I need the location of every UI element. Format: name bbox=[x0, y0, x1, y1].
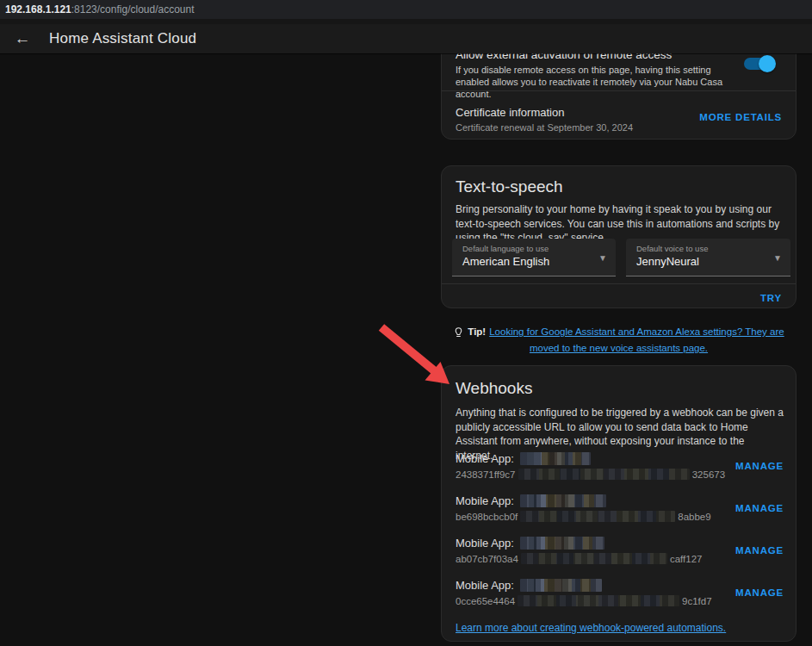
webhook-row: Mobile App: 2438371ff9c7325673 MANAGE bbox=[456, 450, 784, 481]
page-title: Home Assistant Cloud bbox=[49, 30, 196, 47]
tip-label: Tip! bbox=[468, 326, 486, 337]
webhook-id-suffix: 325673 bbox=[692, 469, 725, 480]
card-divider bbox=[442, 90, 796, 91]
chevron-down-icon: ▼ bbox=[773, 253, 782, 263]
webhook-id-prefix: 2438371ff9c7 bbox=[456, 469, 516, 480]
try-button[interactable]: TRY bbox=[760, 293, 782, 303]
webhook-label: Mobile App: bbox=[456, 579, 514, 592]
certificate-renewal-text: Certificate renewal at September 30, 202… bbox=[456, 122, 633, 133]
webhook-info: Mobile App: 0cce65e44649c1fd7 bbox=[456, 579, 725, 606]
redacted-app-name bbox=[520, 494, 606, 507]
manage-button[interactable]: MANAGE bbox=[735, 461, 784, 471]
webhook-info: Mobile App: 2438371ff9c7325673 bbox=[456, 452, 725, 480]
redacted-webhook-id bbox=[521, 553, 667, 564]
browser-address-bar[interactable]: 192.168.1.121:8123/config/cloud/account bbox=[0, 0, 812, 19]
certificate-info-title: Certificate information bbox=[456, 106, 564, 119]
voice-select-label: Default voice to use bbox=[636, 244, 708, 253]
webhook-id-suffix: caff127 bbox=[670, 554, 703, 564]
webhook-label: Mobile App: bbox=[456, 452, 514, 465]
webhooks-title: Webhooks bbox=[456, 379, 532, 398]
webhook-row: Mobile App: ab07cb7f03a4caff127 MANAGE bbox=[456, 535, 784, 566]
webhook-id-suffix: 8abbe9 bbox=[678, 512, 710, 522]
remote-access-toggle[interactable] bbox=[744, 58, 773, 70]
voice-select-value: JennyNeural bbox=[636, 255, 699, 268]
more-details-button[interactable]: MORE DETAILS bbox=[699, 112, 782, 122]
webhook-label: Mobile App: bbox=[456, 537, 514, 550]
card-divider bbox=[442, 283, 796, 284]
default-voice-select[interactable]: Default voice to use JennyNeural ▼ bbox=[626, 239, 790, 276]
redacted-webhook-id bbox=[518, 469, 690, 480]
manage-button[interactable]: MANAGE bbox=[735, 587, 784, 598]
tts-title: Text-to-speech bbox=[456, 177, 563, 196]
remote-access-description: If you disable remote access on this pag… bbox=[456, 64, 741, 100]
toggle-knob bbox=[759, 55, 776, 72]
webhook-id-prefix: 0cce65e4464 bbox=[456, 596, 515, 606]
webhook-row: Mobile App: be698bcbcb0f8abbe9 MANAGE bbox=[456, 493, 784, 524]
language-select-value: American English bbox=[462, 255, 549, 268]
default-language-select[interactable]: Default language to use American English… bbox=[452, 239, 616, 276]
redacted-webhook-id bbox=[520, 511, 675, 522]
webhook-label: Mobile App: bbox=[456, 494, 514, 507]
webhooks-card: Webhooks Anything that is configured to … bbox=[441, 365, 797, 642]
back-arrow-icon[interactable]: ← bbox=[12, 29, 33, 48]
webhook-learn-more-link[interactable]: Learn more about creating webhook-powere… bbox=[456, 622, 726, 634]
redacted-app-name bbox=[520, 452, 591, 465]
app-header: ← Home Assistant Cloud bbox=[0, 24, 812, 53]
webhook-list: Mobile App: 2438371ff9c7325673 MANAGE Mo… bbox=[456, 450, 784, 619]
text-to-speech-card: Text-to-speech Bring personality to your… bbox=[441, 165, 797, 308]
chevron-down-icon: ▼ bbox=[598, 253, 607, 263]
language-select-label: Default language to use bbox=[462, 244, 549, 253]
home-assistant-cloud-page: 192.168.1.121:8123/config/cloud/account … bbox=[0, 0, 812, 646]
manage-button[interactable]: MANAGE bbox=[735, 503, 784, 513]
webhook-id-prefix: ab07cb7f03a4 bbox=[456, 554, 518, 564]
webhook-id-suffix: 9c1fd7 bbox=[682, 596, 712, 606]
webhook-info: Mobile App: be698bcbcb0f8abbe9 bbox=[456, 494, 725, 522]
voice-assistants-link[interactable]: Looking for Google Assistant and Amazon … bbox=[489, 326, 784, 353]
url-host: 192.168.1.121 bbox=[5, 3, 71, 16]
redacted-app-name bbox=[520, 579, 602, 592]
manage-button[interactable]: MANAGE bbox=[735, 545, 784, 556]
lightbulb-icon bbox=[453, 325, 464, 341]
redacted-app-name bbox=[520, 537, 604, 550]
url-path: :8123/config/cloud/account bbox=[71, 3, 195, 16]
webhook-info: Mobile App: ab07cb7f03a4caff127 bbox=[456, 537, 725, 564]
webhook-row: Mobile App: 0cce65e44649c1fd7 MANAGE bbox=[456, 577, 784, 608]
redacted-webhook-id bbox=[518, 595, 679, 606]
webhook-id-prefix: be698bcbcb0f bbox=[456, 512, 518, 522]
tip-banner: Tip!Looking for Google Assistant and Ama… bbox=[441, 325, 797, 355]
